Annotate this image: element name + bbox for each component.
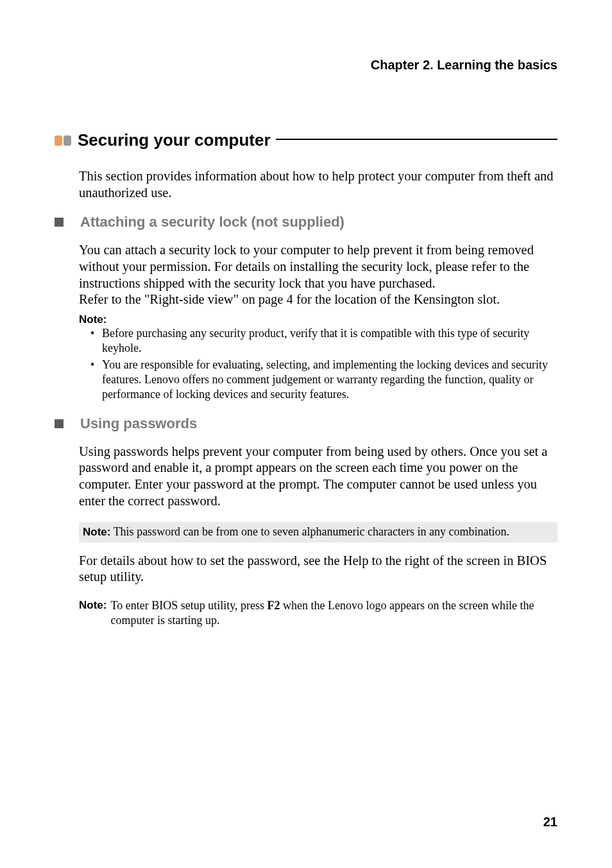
note-label: Note: [79, 598, 106, 612]
sub2-para1: Using passwords helps prevent your compu… [79, 444, 557, 510]
square-bullet-icon [55, 419, 64, 428]
note-label: Note: [83, 526, 110, 538]
note1-text: This password can be from one to seven a… [110, 525, 509, 538]
section-bullet-icon [55, 135, 71, 146]
sub2-note1: Note: This password can be from one to s… [79, 522, 557, 542]
sub2-note2: Note: To enter BIOS setup utility, press… [79, 598, 557, 629]
square-bullet-icon [55, 218, 64, 227]
section-title-row: Securing your computer [55, 130, 557, 150]
sub1-note-block: Note: Before purchasing any security pro… [79, 313, 557, 403]
title-divider-line [276, 139, 558, 140]
section-title: Securing your computer [78, 130, 271, 150]
note-list-item: Before purchasing any security product, … [90, 326, 557, 356]
sub1-para2: Refer to the "Right-side view" on page 4… [79, 291, 557, 308]
section-intro: This section provides information about … [79, 168, 557, 201]
subheading-row-passwords: Using passwords [55, 415, 557, 432]
note-label: Note: [79, 313, 557, 326]
sub2-para2: For details about how to set the passwor… [79, 553, 557, 586]
key-name: F2 [268, 599, 280, 612]
note2-text: To enter BIOS setup utility, press F2 wh… [110, 598, 557, 629]
subheading-row-security-lock: Attaching a security lock (not supplied) [55, 214, 557, 230]
page-number: 21 [543, 815, 557, 829]
subheading-passwords: Using passwords [80, 415, 197, 432]
sub1-para1: You can attach a security lock to your c… [79, 242, 557, 291]
subheading-security-lock: Attaching a security lock (not supplied) [80, 214, 344, 230]
chapter-header: Chapter 2. Learning the basics [55, 58, 557, 73]
note-list-item: You are responsible for evaluating, sele… [90, 358, 557, 403]
